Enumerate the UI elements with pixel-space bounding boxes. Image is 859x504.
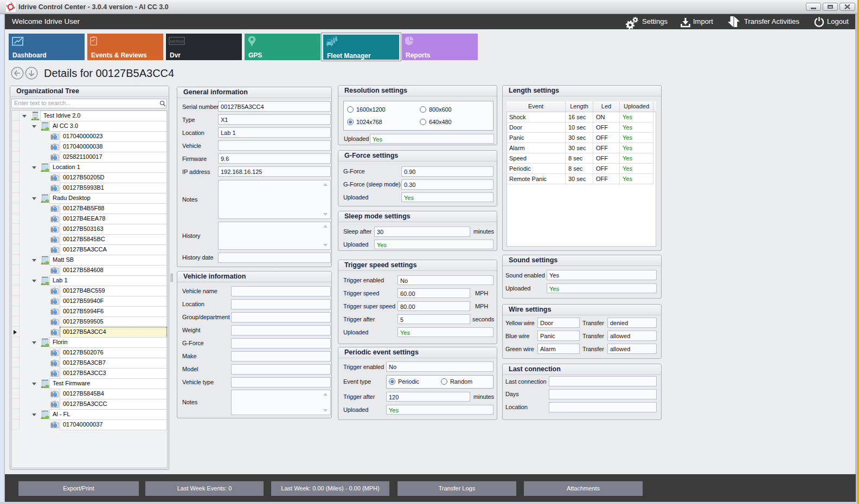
svg-text:MERGE: MERGE [170, 40, 184, 43]
